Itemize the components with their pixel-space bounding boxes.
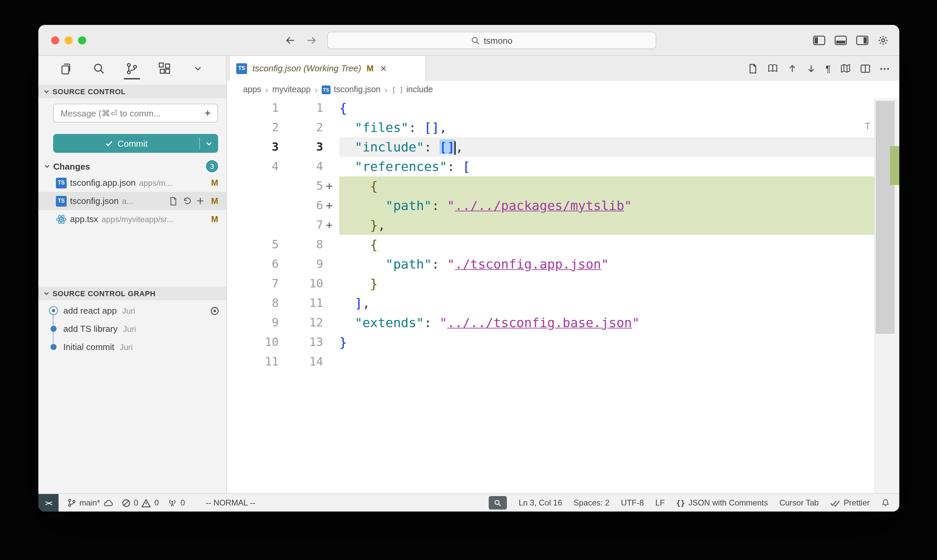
code-line[interactable]: 33 "include": [],: [227, 137, 899, 157]
old-line-number[interactable]: 10: [227, 332, 284, 352]
eol-item[interactable]: LF: [655, 498, 665, 508]
scm-file-row[interactable]: TStsconfig.app.jsonapps/m...M: [38, 174, 226, 192]
code-line-text[interactable]: }: [339, 274, 874, 294]
discard-changes-icon[interactable]: [182, 197, 191, 205]
new-line-number[interactable]: 7: [284, 215, 323, 235]
old-line-number[interactable]: 11: [227, 352, 284, 372]
commit-button[interactable]: Commit: [53, 134, 218, 153]
new-line-number[interactable]: 2: [284, 118, 323, 137]
pilcrow-icon[interactable]: ¶: [826, 63, 831, 74]
new-line-number[interactable]: 6: [284, 196, 323, 215]
extensions-icon[interactable]: [156, 57, 174, 79]
search-icon[interactable]: [90, 57, 108, 79]
old-line-number[interactable]: 5: [227, 235, 284, 254]
target-icon[interactable]: [210, 306, 220, 315]
inline-diff-icon[interactable]: [768, 63, 779, 73]
toggle-sidebar-icon[interactable]: [813, 35, 825, 45]
code-line[interactable]: 6+ "path": "../../packages/mytslib": [227, 196, 899, 215]
code-line-text[interactable]: "path": "../../packages/mytslib": [339, 196, 874, 215]
old-line-number[interactable]: 1: [227, 98, 284, 118]
old-line-number[interactable]: 8: [227, 294, 284, 313]
commit-row[interactable]: Initial commitJuri: [38, 338, 226, 356]
breadcrumb-item[interactable]: [ ]include: [391, 85, 433, 94]
more-actions-icon[interactable]: ⋯: [880, 62, 890, 74]
language-mode-item[interactable]: {} JSON with Comments: [676, 498, 768, 508]
arrow-up-icon[interactable]: [788, 64, 797, 73]
commit-dropdown-button[interactable]: [200, 134, 218, 153]
minimize-window-button[interactable]: [65, 36, 73, 45]
old-line-number[interactable]: 4: [227, 157, 284, 176]
changes-header[interactable]: Changes 3: [38, 159, 226, 174]
code-line[interactable]: 22 "files": [],: [227, 118, 899, 137]
new-line-number[interactable]: 12: [284, 313, 323, 332]
back-icon[interactable]: [285, 35, 295, 45]
code-line-text[interactable]: "files": [],: [339, 118, 874, 137]
breadcrumb-item[interactable]: TStsconfig.json: [322, 85, 381, 94]
code-line[interactable]: 912 "extends": "../../tsconfig.base.json…: [227, 313, 899, 332]
code-line-text[interactable]: {: [339, 98, 874, 118]
forward-icon[interactable]: [306, 35, 317, 45]
commit-message-box[interactable]: [53, 104, 218, 123]
code-line[interactable]: 58 {: [227, 235, 899, 254]
commit-row[interactable]: add TS libraryJuri: [38, 320, 226, 338]
gear-icon[interactable]: [878, 35, 889, 45]
problems-item[interactable]: 0 0: [122, 498, 159, 508]
code-line-text[interactable]: "include": [],: [339, 137, 874, 157]
chevron-down-icon[interactable]: [189, 57, 207, 79]
commit-message-input[interactable]: [59, 107, 199, 119]
cursor-tab-item[interactable]: Cursor Tab: [780, 498, 819, 508]
new-line-number[interactable]: 4: [284, 157, 323, 176]
explorer-icon[interactable]: [57, 57, 75, 79]
old-line-number[interactable]: [227, 196, 284, 215]
source-control-section-header[interactable]: SOURCE CONTROL: [38, 85, 226, 98]
close-icon[interactable]: ×: [380, 63, 387, 74]
split-editor-icon[interactable]: [860, 64, 870, 73]
encoding-item[interactable]: UTF-8: [621, 498, 644, 508]
diff-editor[interactable]: 11{22 "files": [],33 "include": [],44 "r…: [227, 98, 899, 493]
code-line-text[interactable]: [339, 352, 874, 372]
screencast-zoom-indicator[interactable]: [489, 496, 507, 509]
source-control-graph-header[interactable]: SOURCE CONTROL GRAPH: [38, 287, 226, 300]
branch-item[interactable]: main*: [67, 498, 113, 508]
code-line[interactable]: 1114: [227, 352, 899, 372]
breadcrumb-item[interactable]: apps: [243, 85, 261, 94]
code-line-text[interactable]: {: [339, 235, 874, 254]
code-line-text[interactable]: "extends": "../../tsconfig.base.json": [339, 313, 874, 332]
code-line-text[interactable]: ],: [339, 294, 874, 313]
code-line[interactable]: 44 "references": [: [227, 157, 899, 176]
scrollbar-thumb[interactable]: [876, 101, 895, 334]
code-line-text[interactable]: "path": "./tsconfig.app.json": [339, 254, 874, 274]
old-line-number[interactable]: [227, 176, 284, 196]
breadcrumb-item[interactable]: myviteapp: [272, 85, 311, 94]
code-line-text[interactable]: }: [339, 332, 874, 352]
indentation-item[interactable]: Spaces: 2: [574, 498, 609, 508]
arrow-down-icon[interactable]: [807, 64, 816, 73]
code-line-text[interactable]: },: [339, 215, 874, 235]
ports-item[interactable]: 0: [168, 498, 185, 508]
remote-indicator[interactable]: ><: [38, 494, 58, 512]
stage-changes-icon[interactable]: [195, 197, 204, 205]
new-line-number[interactable]: 13: [284, 332, 323, 352]
toggle-secondary-sidebar-icon[interactable]: [856, 35, 868, 45]
old-line-number[interactable]: 2: [227, 118, 284, 137]
tab-tsconfig-json[interactable]: TS tsconfig.json (Working Tree) M ×: [229, 56, 426, 81]
old-line-number[interactable]: [227, 215, 284, 235]
old-line-number[interactable]: 7: [227, 274, 284, 294]
code-line-text[interactable]: {: [339, 176, 874, 196]
scrollbar-track[interactable]: [874, 98, 899, 493]
new-line-number[interactable]: 10: [284, 274, 323, 294]
map-icon[interactable]: [840, 63, 851, 73]
open-file-icon[interactable]: [169, 196, 177, 206]
zoom-window-button[interactable]: [78, 36, 86, 45]
command-center-search[interactable]: tsmono: [327, 32, 656, 49]
scm-file-row[interactable]: TStsconfig.jsona...M: [38, 192, 226, 210]
bell-icon[interactable]: [881, 498, 890, 508]
code-line[interactable]: 5+ {: [227, 176, 899, 196]
close-window-button[interactable]: [51, 36, 59, 45]
new-line-number[interactable]: 5: [284, 176, 323, 196]
new-line-number[interactable]: 14: [284, 352, 323, 372]
commit-row[interactable]: add react appJuri: [38, 302, 226, 320]
source-control-icon[interactable]: [123, 57, 141, 79]
code-line[interactable]: 1013}: [227, 332, 899, 352]
old-line-number[interactable]: 9: [227, 313, 284, 332]
